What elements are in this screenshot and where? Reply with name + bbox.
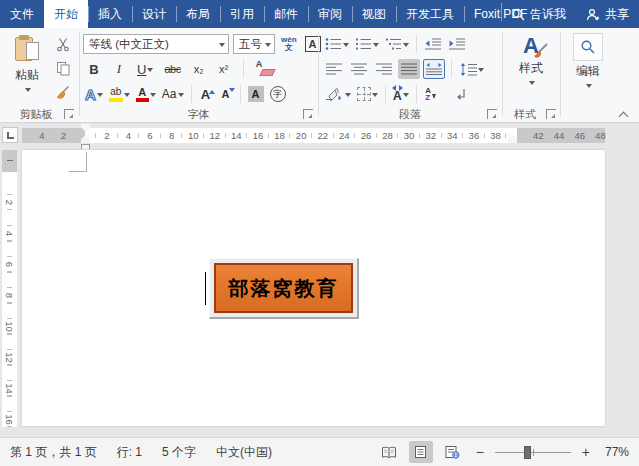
highlight-color-button[interactable]: ab (107, 84, 132, 104)
paragraph-dialog-launcher[interactable] (487, 109, 497, 119)
font-size-combo[interactable]: 五号 (233, 34, 275, 54)
editing-button[interactable]: 编辑 (566, 33, 610, 91)
align-center-icon (351, 63, 367, 75)
enclose-characters-icon: 字 (270, 86, 286, 102)
read-mode-button[interactable] (377, 441, 401, 463)
text-effects-button[interactable]: A (83, 84, 105, 104)
character-border-button[interactable]: A (303, 34, 323, 54)
magnifier-icon (580, 39, 596, 55)
line-spacing-button[interactable] (458, 59, 486, 79)
increase-indent-button[interactable] (446, 34, 468, 54)
tab-references[interactable]: 引用 (220, 0, 264, 28)
styles-group-label: 样式 (502, 107, 548, 122)
numbering-icon (355, 37, 372, 51)
tab-stop-selector[interactable] (2, 127, 18, 143)
align-center-button[interactable] (348, 59, 370, 79)
sort-button[interactable]: AZ (422, 84, 440, 104)
ribbon: 粘贴 剪贴板 等线 (中文正文) 五号 (0, 28, 639, 123)
multilevel-list-icon (385, 37, 402, 51)
zoom-slider[interactable] (495, 445, 571, 459)
tell-me-button[interactable]: 告诉我 (512, 6, 566, 23)
asian-layout-button[interactable]: A (391, 84, 411, 104)
document-area: 部落窝教育 246810121416 (0, 149, 639, 437)
shrink-font-button[interactable]: A (217, 84, 235, 104)
line-info[interactable]: 行: 1 (107, 444, 152, 461)
borders-button[interactable] (355, 84, 380, 104)
tab-review[interactable]: 审阅 (308, 0, 352, 28)
tab-developer[interactable]: 开发工具 (396, 0, 464, 28)
page[interactable]: 部落窝教育 (22, 150, 605, 426)
justify-button[interactable] (398, 59, 420, 79)
character-scaling-icon: A (393, 85, 402, 103)
change-case-button[interactable]: Aa (160, 84, 186, 104)
word-count[interactable]: 5 个字 (152, 444, 206, 461)
styles-dialog-launcher[interactable] (546, 109, 556, 119)
align-left-icon (326, 63, 342, 75)
left-tab-icon (7, 132, 14, 139)
distribute-text-button[interactable] (423, 59, 445, 79)
share-button[interactable]: 共享 (586, 6, 629, 23)
tab-mailings[interactable]: 邮件 (264, 0, 308, 28)
tab-design[interactable]: 设计 (132, 0, 176, 28)
paragraph-mark-icon (453, 88, 467, 101)
paste-button[interactable]: 粘贴 (6, 32, 48, 104)
numbering-button[interactable] (353, 34, 381, 54)
font-name-value: 等线 (中文正文) (89, 37, 169, 52)
grow-font-button[interactable]: A (197, 84, 215, 104)
clear-formatting-button[interactable]: A (254, 59, 276, 79)
copy-button[interactable] (52, 58, 74, 78)
ruler-numbers-left-margin: 42 (31, 128, 74, 143)
tab-insert[interactable]: 插入 (88, 0, 132, 28)
clipboard-group-label: 剪贴板 (8, 107, 64, 122)
format-painter-button[interactable] (52, 82, 74, 102)
character-shading-button[interactable]: A (246, 84, 266, 104)
line-spacing-icon (460, 63, 477, 76)
bullets-button[interactable] (323, 34, 351, 54)
shape-button[interactable]: 部落窝教育 (209, 258, 359, 319)
page-info[interactable]: 第 1 页，共 1 页 (0, 444, 107, 461)
cut-button[interactable] (52, 34, 74, 54)
text-boundary-corner-mark (86, 152, 87, 172)
zoom-level[interactable]: 77% (601, 445, 631, 459)
superscript-button[interactable]: x² (215, 59, 233, 79)
tab-layout[interactable]: 布局 (176, 0, 220, 28)
distribute-text-icon (426, 63, 442, 75)
multilevel-list-button[interactable] (383, 34, 411, 54)
subscript-button[interactable]: x₂ (190, 59, 208, 79)
underline-button[interactable]: U (135, 59, 155, 79)
font-color-button[interactable]: A (134, 84, 158, 104)
highlight-icon: ab (109, 87, 123, 102)
align-left-button[interactable] (323, 59, 345, 79)
person-plus-icon (586, 8, 600, 21)
format-painter-brush-icon (56, 85, 71, 100)
zoom-slider-thumb[interactable] (524, 446, 531, 459)
styles-button[interactable]: A 样式 (508, 34, 554, 88)
font-color-icon: A (136, 87, 149, 102)
align-right-button[interactable] (373, 59, 395, 79)
print-layout-button[interactable] (409, 441, 433, 463)
bold-button[interactable]: B (85, 59, 103, 79)
show-hide-marks-button[interactable] (451, 84, 469, 104)
ribbon-tab-bar: 文件开始插入设计布局引用邮件审阅视图开发工具Foxit PDF 告诉我 共享 (0, 0, 639, 28)
styles-icon: A (523, 34, 539, 58)
font-dialog-launcher[interactable] (303, 109, 313, 119)
vertical-ruler: 246810121416 (2, 150, 17, 427)
clipboard-dialog-launcher[interactable] (64, 109, 74, 119)
strikethrough-button[interactable]: abc (162, 59, 182, 79)
italic-button[interactable]: I (110, 59, 128, 79)
zoom-in-button[interactable]: + (579, 444, 593, 460)
tab-home[interactable]: 开始 (44, 0, 88, 28)
enclose-characters-button[interactable]: 字 (268, 84, 288, 104)
phonetic-guide-icon: wén文 (281, 36, 297, 52)
font-name-combo[interactable]: 等线 (中文正文) (83, 34, 229, 54)
tab-file[interactable]: 文件 (0, 0, 44, 28)
collapse-ribbon-button[interactable] (620, 110, 628, 118)
phonetic-guide-button[interactable]: wén文 (279, 34, 299, 54)
language-status[interactable]: 中文(中国) (206, 444, 282, 461)
web-layout-button[interactable] (441, 441, 465, 463)
shading-button[interactable] (323, 84, 353, 104)
zoom-out-button[interactable]: − (473, 444, 487, 460)
tab-view[interactable]: 视图 (352, 0, 396, 28)
decrease-indent-button[interactable] (422, 34, 444, 54)
eraser-icon: A (256, 62, 274, 76)
